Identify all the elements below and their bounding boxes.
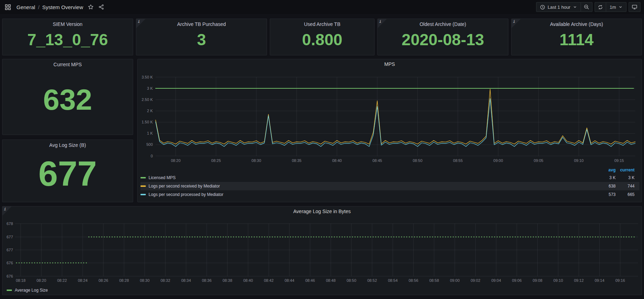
panel-title[interactable]: Used Archive TB xyxy=(270,21,374,27)
stat-value: 2020-08-13 xyxy=(378,27,508,55)
panel-current-mps: Current MPS 632 xyxy=(2,59,133,135)
svg-text:08:36: 08:36 xyxy=(202,278,212,283)
svg-text:09:15: 09:15 xyxy=(614,158,624,163)
svg-text:09:16: 09:16 xyxy=(615,278,625,283)
svg-text:677: 677 xyxy=(7,235,13,239)
stat-value: 7_13_0_76 xyxy=(2,27,133,55)
zoom-out-icon xyxy=(584,4,589,10)
series-current: 744 xyxy=(616,184,635,189)
svg-text:09:12: 09:12 xyxy=(574,278,584,283)
dashboards-grid-icon[interactable] xyxy=(4,3,12,12)
zoom-out-button[interactable] xyxy=(581,2,592,12)
breadcrumb-page-title: System Overview xyxy=(42,4,83,10)
svg-text:3 K: 3 K xyxy=(147,86,153,90)
breadcrumb: General / System Overview xyxy=(16,4,83,10)
series-current: 665 xyxy=(616,192,635,197)
refresh-button[interactable] xyxy=(595,2,606,12)
mps-legend: avg current Licensed MPS 3 K 3 K Logs pe… xyxy=(141,167,639,199)
panel-info-icon[interactable]: i xyxy=(512,19,521,28)
svg-text:678: 678 xyxy=(7,222,13,226)
svg-text:2.50 K: 2.50 K xyxy=(142,97,153,102)
svg-text:09:04: 09:04 xyxy=(491,278,501,283)
legend-col-avg[interactable]: avg xyxy=(591,168,616,172)
panel-title[interactable]: Avg Log Size (B) xyxy=(2,142,133,148)
svg-text:3.50 K: 3.50 K xyxy=(142,75,153,79)
nav-left: General / System Overview xyxy=(4,3,105,12)
series-name: Logs per second processed by Mediator xyxy=(149,192,223,197)
legend-col-current[interactable]: current xyxy=(616,168,635,172)
favorite-star-icon[interactable] xyxy=(87,3,95,11)
breadcrumb-folder[interactable]: General xyxy=(16,4,35,10)
average-log-size-plot[interactable]: 67867767767667608:1808:2008:2208:2408:26… xyxy=(2,206,642,295)
panel-title[interactable]: SIEM Version xyxy=(2,21,133,27)
svg-text:09:05: 09:05 xyxy=(534,158,543,163)
svg-text:1.50 K: 1.50 K xyxy=(142,120,153,124)
panel-title[interactable]: Archive TB Purchased xyxy=(136,21,267,27)
panel-info-icon[interactable]: i xyxy=(378,19,387,28)
svg-text:08:26: 08:26 xyxy=(98,278,108,283)
svg-text:09:00: 09:00 xyxy=(493,158,503,163)
svg-text:08:56: 08:56 xyxy=(409,278,418,283)
series-avg: 3 K xyxy=(591,175,616,180)
svg-text:08:44: 08:44 xyxy=(285,278,294,283)
panel-siem-version: SIEM Version 7_13_0_76 xyxy=(2,19,133,55)
panel-info-icon[interactable]: i xyxy=(2,206,12,216)
nav-right: Last 1 hour xyxy=(536,2,640,12)
panel-title[interactable]: Available Archive (Days) xyxy=(512,21,642,27)
stat-value: 0.800 xyxy=(270,27,374,55)
panel-archive-tb-purchased: i Archive TB Purchased 3 xyxy=(136,19,267,55)
svg-text:09:06: 09:06 xyxy=(512,278,522,283)
svg-text:08:34: 08:34 xyxy=(181,278,191,283)
time-range-picker-button[interactable]: Last 1 hour xyxy=(536,2,581,12)
kiosk-mode-button[interactable] xyxy=(629,2,640,12)
svg-text:08:25: 08:25 xyxy=(211,158,221,163)
panel-title[interactable]: Current MPS xyxy=(2,62,133,67)
legend-row-licensed-mps[interactable]: Licensed MPS 3 K 3 K xyxy=(141,174,639,182)
svg-text:08:38: 08:38 xyxy=(222,278,232,283)
clock-icon xyxy=(540,5,545,10)
top-nav: General / System Overview xyxy=(0,0,644,14)
svg-text:08:18: 08:18 xyxy=(16,278,26,283)
svg-text:08:20: 08:20 xyxy=(36,278,46,283)
svg-text:08:45: 08:45 xyxy=(372,158,382,163)
legend-row-logs-processed[interactable]: Logs per second processed by Mediator 57… xyxy=(141,190,639,199)
refresh-interval-dropdown[interactable]: 1m xyxy=(606,2,626,12)
svg-text:08:55: 08:55 xyxy=(453,158,463,163)
panel-avg-log-size: Avg Log Size (B) 677 xyxy=(2,140,133,202)
panel-available-archive-days: i Available Archive (Days) 1114 xyxy=(511,19,642,55)
svg-text:09:02: 09:02 xyxy=(471,278,480,283)
panel-info-icon[interactable]: i xyxy=(136,19,145,28)
svg-text:08:24: 08:24 xyxy=(78,278,88,283)
share-icon[interactable] xyxy=(97,3,105,11)
grafana-dashboard: General / System Overview xyxy=(0,0,644,299)
series-avg: 638 xyxy=(591,184,616,189)
stat-value: 3 xyxy=(136,27,267,55)
svg-text:09:08: 09:08 xyxy=(533,278,542,283)
svg-text:676: 676 xyxy=(7,274,13,278)
legend-row-logs-received[interactable]: Logs per second received by Mediator 638… xyxy=(141,182,639,190)
svg-text:09:10: 09:10 xyxy=(574,158,584,163)
chevron-down-icon xyxy=(573,5,577,9)
svg-text:08:50: 08:50 xyxy=(347,278,356,283)
series-current: 3 K xyxy=(616,175,635,180)
monitor-icon xyxy=(632,4,637,10)
refresh-icon xyxy=(598,5,603,10)
stat-value: 677 xyxy=(2,148,133,202)
panel-title[interactable]: Average Log Size in Bytes xyxy=(2,209,642,214)
svg-text:08:48: 08:48 xyxy=(326,278,336,283)
panel-oldest-archive-date: i Oldest Archive (Date) 2020-08-13 xyxy=(377,19,508,55)
svg-text:08:22: 08:22 xyxy=(57,278,67,283)
svg-text:08:40: 08:40 xyxy=(332,158,342,163)
series-name: Logs per second received by Mediator xyxy=(149,184,220,189)
svg-text:09:14: 09:14 xyxy=(595,278,604,283)
svg-text:08:35: 08:35 xyxy=(292,158,302,163)
panel-mps-chart: MPS 05001 K1.50 K2 K2.50 K3 K3.50 K08:20… xyxy=(137,59,642,202)
svg-text:08:30: 08:30 xyxy=(252,158,261,163)
panel-title[interactable]: Oldest Archive (Date) xyxy=(378,21,508,27)
avg-log-legend[interactable]: Average Log Size xyxy=(7,288,48,293)
panel-title[interactable]: MPS xyxy=(138,61,642,67)
panel-average-log-size-chart: i Average Log Size in Bytes 678677677676… xyxy=(2,206,642,295)
legend-header: avg current xyxy=(141,167,639,174)
svg-text:1 K: 1 K xyxy=(147,131,153,135)
svg-text:08:52: 08:52 xyxy=(367,278,377,283)
